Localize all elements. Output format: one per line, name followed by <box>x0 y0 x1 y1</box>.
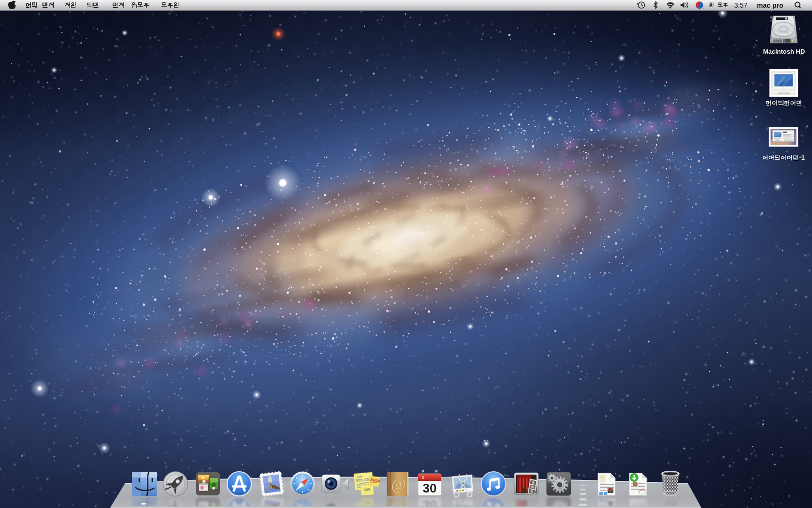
svg-text:Macintosh HD: Macintosh HD <box>763 48 805 55</box>
svg-text:2: 2 <box>703 6 705 10</box>
svg-text:3:57: 3:57 <box>734 1 747 9</box>
svg-text:mac pro: mac pro <box>757 1 783 9</box>
svg-text:-1: -1 <box>799 154 805 161</box>
